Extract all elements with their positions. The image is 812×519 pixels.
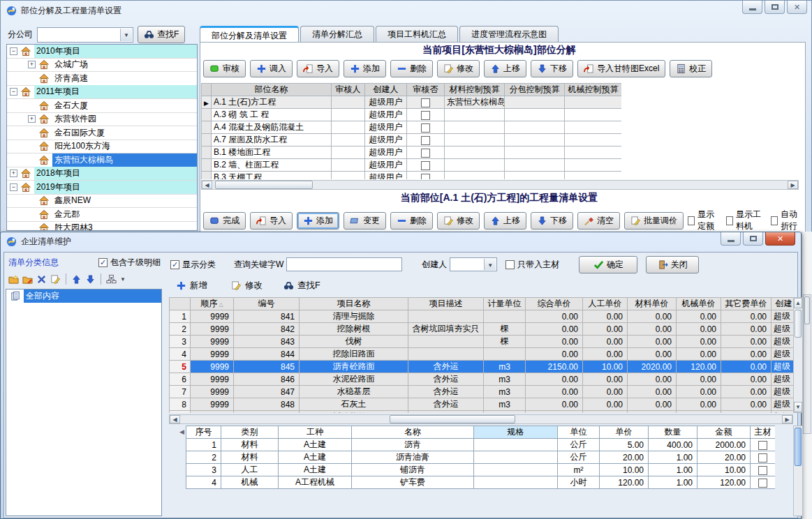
tab-list-summary[interactable]: 清单分解汇总	[300, 26, 374, 42]
chevron-down-icon[interactable]: ▼	[120, 276, 126, 283]
table-row[interactable]: A.3 砌 筑 工 程超级用户	[202, 109, 622, 121]
table-row[interactable]: B.2 墙、柱面工程超级用户	[202, 159, 622, 172]
import2-button[interactable]: 导入	[250, 212, 293, 230]
dialog-maximize-button[interactable]	[743, 232, 763, 246]
hierarchy-icon[interactable]	[106, 274, 117, 285]
creator-combobox[interactable]: ▼	[450, 257, 497, 271]
row-checkbox[interactable]	[421, 123, 430, 133]
modify2-button[interactable]: 修改	[437, 212, 480, 230]
main-material-only-checkbox[interactable]: 只带入主材	[505, 259, 559, 271]
table-row[interactable]: B.1 楼地面工程超级用户	[202, 146, 622, 159]
row-checkbox[interactable]	[758, 479, 767, 488]
tree-item[interactable]: +东营软件园	[7, 113, 197, 127]
checkbox-icon[interactable]	[98, 258, 108, 267]
tab-progress-flow[interactable]: 进度管理流程示意图	[459, 26, 559, 42]
row-checkbox[interactable]	[421, 136, 430, 145]
calibrate-button[interactable]: 校正	[670, 60, 712, 77]
row-checkbox[interactable]	[421, 149, 430, 158]
show-labor-material-checkbox[interactable]: 显示工料机	[726, 209, 767, 232]
checkbox-icon[interactable]	[170, 260, 179, 269]
scroll-thumb[interactable]	[795, 310, 802, 338]
column-header[interactable]: 综合单价	[526, 298, 583, 310]
include-children-checkbox[interactable]: 包含子级明细	[98, 257, 161, 269]
scroll-down-icon[interactable]: ▼	[794, 402, 802, 412]
scroll-left-icon[interactable]: ◀	[170, 415, 180, 423]
column-header[interactable]: 单价	[600, 426, 649, 439]
column-header[interactable]: 机械控制预算	[565, 84, 622, 96]
list-vscrollbar[interactable]: ▲ ▼	[793, 297, 803, 413]
column-header[interactable]: 金额	[697, 426, 751, 439]
audit-button[interactable]: 审核	[203, 60, 246, 77]
table-row[interactable]: A.4 混凝土及钢筋混凝土超级用户	[202, 121, 622, 134]
column-header[interactable]: 顺序	[191, 298, 234, 310]
branch-combobox[interactable]: ▼	[37, 27, 133, 43]
scroll-thumb[interactable]	[215, 181, 313, 189]
tab-labor-material-summary[interactable]: 项目工料机汇总	[376, 26, 458, 42]
finish-button[interactable]: 完成	[203, 212, 246, 230]
scroll-left-icon[interactable]: ◀	[202, 181, 212, 189]
tree-item[interactable]: 金石国际大厦	[7, 126, 197, 140]
table-row[interactable]: 19999841清理与掘除0.000.000.000.000.00超级	[170, 310, 795, 323]
move-up2-button[interactable]: 上移	[484, 212, 526, 230]
show-quota-checkbox[interactable]: 显示定额	[688, 209, 722, 232]
list-hscrollbar[interactable]: ◀ ▶	[169, 414, 793, 424]
keyword-input[interactable]	[286, 257, 402, 271]
tree-item[interactable]: 东营恒大棕榈岛	[7, 153, 197, 167]
close-button[interactable]: ✕	[787, 1, 807, 14]
table-row[interactable]: 89999848石灰土含外运m30.000.000.000.000.00超级	[170, 398, 795, 411]
column-header[interactable]: 规格	[474, 426, 558, 439]
row-checkbox[interactable]	[758, 466, 767, 475]
column-header[interactable]: 材料单价	[628, 298, 677, 310]
table-row[interactable]: 3人工A土建铺沥青m²10.001.0010.00	[186, 464, 776, 476]
column-header[interactable]: 单位	[558, 426, 600, 439]
chevron-down-icon[interactable]: ▼	[120, 29, 132, 41]
tree-item[interactable]: 济青高速	[7, 72, 197, 86]
row-checkbox[interactable]	[421, 174, 430, 179]
column-header[interactable]: 项目名称	[300, 298, 408, 310]
scroll-thumb[interactable]	[390, 415, 515, 423]
tree-item[interactable]: −2010年项目	[7, 45, 197, 59]
ok-button[interactable]: 确定	[579, 256, 637, 273]
column-header[interactable]: 计量单位	[484, 298, 526, 310]
scroll-right-icon[interactable]: ▶	[782, 415, 792, 423]
row-checkbox[interactable]	[758, 453, 767, 462]
checkbox-icon[interactable]	[688, 216, 695, 225]
column-header[interactable]: 序号	[186, 426, 221, 439]
scroll-up-icon[interactable]: ▲	[794, 298, 802, 308]
table-row[interactable]: 69999846水泥砼路面含外运m30.000.000.000.000.00超级	[170, 373, 795, 386]
arrow-down-icon[interactable]	[85, 274, 96, 285]
tree-item[interactable]: 金石大厦	[7, 99, 197, 113]
maximize-button[interactable]	[765, 1, 785, 14]
table-row[interactable]: 4机械A工程机械铲车费小时120.001.00120.00	[186, 476, 776, 489]
tree-expander-icon[interactable]: +	[28, 61, 36, 68]
dialog-minimize-button[interactable]	[721, 232, 741, 246]
clear-button[interactable]: 清空	[577, 212, 620, 230]
pull-in-button[interactable]: 调入	[250, 60, 293, 77]
scroll-thumb[interactable]	[795, 428, 802, 466]
minimize-button[interactable]	[742, 1, 762, 14]
table-row[interactable]: 49999844挖除旧路面0.000.000.000.000.00超级	[170, 348, 795, 361]
tree-item[interactable]: +2018年项目	[7, 167, 197, 181]
checkbox-icon[interactable]	[505, 260, 515, 269]
delete-button[interactable]: 删除	[390, 60, 433, 77]
table-row[interactable]: B.3 天棚工程超级用户	[202, 172, 622, 180]
dialog-close-button[interactable]: ✕	[765, 232, 795, 246]
close-dialog-button[interactable]: 关闭	[646, 256, 699, 273]
checkbox-icon[interactable]	[771, 216, 778, 225]
modify-item-button[interactable]: 修改	[227, 278, 267, 293]
tree-expander-icon[interactable]: +	[10, 170, 17, 177]
column-header[interactable]: 审核否	[407, 84, 445, 96]
column-header[interactable]: 机械单价	[677, 298, 721, 310]
find-button[interactable]: 查找F	[138, 26, 185, 43]
table-row[interactable]: 2材料A土建沥青油膏公斤20.001.0020.00	[186, 451, 776, 464]
delete-x-icon[interactable]	[36, 274, 47, 285]
tree-expander-icon[interactable]: +	[28, 115, 36, 123]
new-folder-icon[interactable]	[8, 274, 19, 285]
tree-item[interactable]: −2011年项目	[7, 86, 197, 100]
row-checkbox[interactable]	[421, 98, 430, 107]
table-row[interactable]: 59999845沥青砼路面含外运m32150.0010.002020.00120…	[170, 361, 795, 373]
table-row[interactable]: 79999847水稳基层含外运m30.000.000.000.000.00超级	[170, 386, 795, 398]
column-header[interactable]: 主材	[751, 426, 776, 439]
batch-price-button[interactable]: 批量调价	[624, 212, 684, 230]
column-header[interactable]: 材料控制预算	[445, 84, 505, 96]
